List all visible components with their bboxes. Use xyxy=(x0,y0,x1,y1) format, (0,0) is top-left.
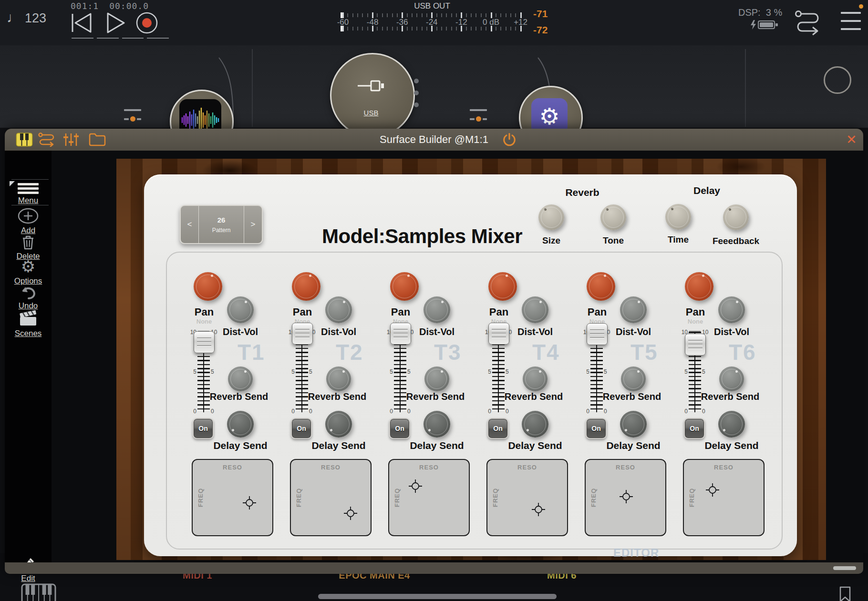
delay-time-knob[interactable] xyxy=(665,204,691,230)
empty-node-slot[interactable] xyxy=(824,66,851,94)
xy-filter-pad[interactable]: RESO FREQ xyxy=(192,459,273,536)
trash-icon xyxy=(21,234,35,250)
fader-scale-0: 0 xyxy=(677,408,688,415)
on-button[interactable]: On xyxy=(389,418,410,439)
sidebar-item-options[interactable]: ⚙ Options xyxy=(5,258,52,286)
xy-crosshair[interactable] xyxy=(243,496,256,509)
on-button[interactable]: On xyxy=(487,418,508,439)
sidebar-item-menu[interactable]: Menu xyxy=(5,183,52,205)
fader-cap[interactable] xyxy=(292,323,313,345)
dist-vol-knob[interactable] xyxy=(522,296,548,323)
delay-send-knob[interactable] xyxy=(522,411,548,438)
fader-cap[interactable] xyxy=(194,331,215,353)
dsp-load: DSP: 3 % xyxy=(738,7,782,18)
dist-vol-knob[interactable] xyxy=(227,296,254,323)
reverb-size-knob[interactable] xyxy=(538,204,564,230)
delay-send-label: Delay Send xyxy=(308,440,370,451)
sidebar-item-add[interactable]: Add xyxy=(5,208,52,235)
reverb-send-label: Reverb Send xyxy=(208,391,270,402)
footer-scrollbar[interactable] xyxy=(833,566,856,570)
rewind-button[interactable] xyxy=(70,11,93,34)
on-button[interactable]: On xyxy=(291,418,312,439)
pan-knob[interactable] xyxy=(685,272,713,301)
play-button[interactable] xyxy=(106,11,126,34)
xy-filter-pad[interactable]: RESO FREQ xyxy=(585,459,666,536)
dist-vol-knob[interactable] xyxy=(620,296,647,323)
routing-icon[interactable] xyxy=(795,10,822,36)
pan-knob[interactable] xyxy=(587,272,615,301)
reverb-send-knob[interactable] xyxy=(228,367,253,391)
delay-feedback-knob[interactable] xyxy=(723,204,749,230)
reverb-send-knob[interactable] xyxy=(719,367,744,391)
dist-vol-label: Dist-Vol xyxy=(509,326,561,337)
delay-send-knob[interactable] xyxy=(718,411,745,438)
keyboard-icon[interactable] xyxy=(21,583,56,601)
pattern-next-button[interactable]: > xyxy=(244,206,262,243)
dist-vol-knob[interactable] xyxy=(325,296,352,323)
pan-knob[interactable] xyxy=(292,272,320,301)
mixer-track-strip: Pan None Dist-Vol 10 10 5 5 0 0 T5 Rever… xyxy=(581,251,670,537)
on-button[interactable]: On xyxy=(586,418,607,439)
sidebar-item-scenes[interactable]: Scenes xyxy=(5,310,52,338)
fader-cap[interactable] xyxy=(587,323,608,345)
reverb-send-knob[interactable] xyxy=(424,367,449,391)
xy-crosshair[interactable] xyxy=(620,490,633,503)
pan-knob[interactable] xyxy=(194,272,222,301)
loop-range-indicator[interactable] xyxy=(72,38,169,39)
xy-filter-pad[interactable]: RESO FREQ xyxy=(683,459,765,536)
on-button[interactable]: On xyxy=(684,418,705,439)
xy-crosshair[interactable] xyxy=(344,507,357,520)
power-button[interactable] xyxy=(502,132,517,147)
delay-send-knob[interactable] xyxy=(325,411,352,438)
reverb-send-knob[interactable] xyxy=(326,367,351,391)
dist-vol-knob[interactable] xyxy=(718,296,745,323)
pad-freq-label: FREQ xyxy=(590,483,597,512)
fader-cap[interactable] xyxy=(390,323,411,345)
mixer-track-strip: Pan None Dist-Vol 10 10 5 5 0 0 T6 Rever… xyxy=(679,251,768,537)
delay-send-label: Delay Send xyxy=(701,440,763,451)
mini-mixer-icon[interactable] xyxy=(124,109,141,122)
pattern-value[interactable]: 26 Pattern xyxy=(199,206,244,243)
dist-vol-knob[interactable] xyxy=(424,296,450,323)
xy-crosshair[interactable] xyxy=(409,479,422,493)
xy-filter-pad[interactable]: RESO FREQ xyxy=(486,459,568,536)
dist-vol-label: Dist-Vol xyxy=(607,326,660,337)
size-label: Size xyxy=(520,235,582,246)
main-menu-icon[interactable] xyxy=(841,12,861,36)
horizontal-scrollbar[interactable] xyxy=(318,594,557,599)
reverb-tone-knob[interactable] xyxy=(600,204,626,230)
pan-knob[interactable] xyxy=(488,272,517,301)
sidebar-item-undo[interactable]: Undo xyxy=(5,286,52,311)
xy-crosshair[interactable] xyxy=(706,483,719,497)
xy-filter-pad[interactable]: RESO FREQ xyxy=(290,459,372,536)
fader-scale-5: 5 xyxy=(186,368,196,375)
fader-scale-5: 5 xyxy=(677,368,688,375)
fader-scale-5: 5 xyxy=(284,368,295,375)
reverb-send-knob[interactable] xyxy=(523,367,548,391)
mixer-track-strip: Pan None Dist-Vol 10 10 5 5 0 0 T3 Rever… xyxy=(384,251,473,537)
pattern-prev-button[interactable]: < xyxy=(181,206,199,243)
usb-node-label[interactable]: USB xyxy=(357,109,385,117)
xy-filter-pad[interactable]: RESO FREQ xyxy=(388,459,470,536)
record-button[interactable] xyxy=(135,11,158,34)
delay-send-knob[interactable] xyxy=(227,411,254,438)
delay-send-knob[interactable] xyxy=(620,411,647,438)
fader-cap[interactable] xyxy=(685,334,706,356)
pan-knob[interactable] xyxy=(390,272,419,301)
bar-beat: 001:1 xyxy=(71,1,99,11)
delay-send-knob[interactable] xyxy=(424,411,450,438)
usb-output-node[interactable] xyxy=(330,53,415,138)
pad-freq-label: FREQ xyxy=(688,483,695,512)
tempo-display[interactable]: ♩123 xyxy=(7,10,46,26)
undo-icon xyxy=(20,286,37,299)
close-icon[interactable]: ✕ xyxy=(846,132,857,148)
fader-cap[interactable] xyxy=(488,323,509,345)
fader-scale-0: 0 xyxy=(579,408,589,415)
mini-mixer-icon[interactable] xyxy=(470,109,487,122)
fader-scale-0: 0 xyxy=(702,408,713,415)
bookmark-icon[interactable] xyxy=(838,586,852,601)
reverb-send-knob[interactable] xyxy=(621,367,646,391)
on-button[interactable]: On xyxy=(193,418,214,439)
xy-crosshair[interactable] xyxy=(532,503,545,516)
fader-scale-0: 0 xyxy=(382,408,393,415)
